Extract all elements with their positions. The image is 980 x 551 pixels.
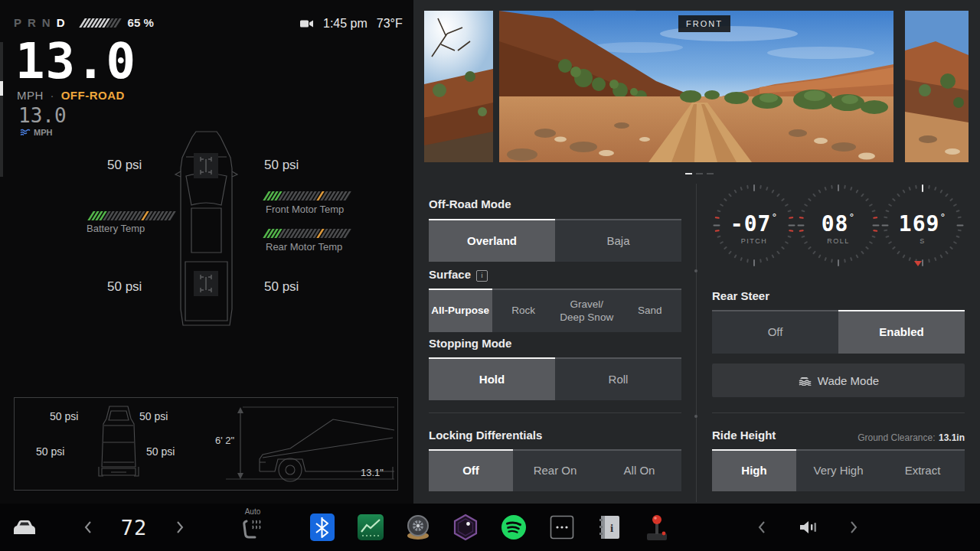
hexagon-icon — [452, 514, 479, 541]
speaker-icon — [799, 519, 818, 536]
rear-motor-temp-label: Rear Motor Temp — [266, 241, 342, 253]
gear-r: R — [28, 16, 38, 29]
volume-control[interactable] — [793, 504, 824, 551]
offroad-mode-segment: Overland Baja — [429, 220, 681, 262]
gear-n: N — [42, 16, 52, 29]
stopping-mode-segment: Hold Roll — [429, 359, 681, 400]
locking-diff-rear-on[interactable]: Rear On — [513, 451, 597, 491]
camera-page-dot-2[interactable] — [696, 173, 703, 174]
battery-level-hatch — [82, 18, 120, 28]
svg-text:i: i — [610, 522, 613, 534]
surface-sand[interactable]: Sand — [619, 290, 682, 332]
column-divider-dot — [694, 269, 697, 272]
compass-gauge: 169° S — [880, 182, 965, 272]
offroad-app[interactable] — [404, 504, 432, 551]
vehicle-height-value: 6' 2" — [215, 435, 234, 446]
battery-percent: 65 % — [128, 16, 154, 29]
stopping-mode-roll[interactable]: Roll — [555, 359, 681, 400]
surface-title-row: Surfacei — [429, 268, 488, 282]
surface-title: Surface — [429, 268, 471, 281]
info-icon[interactable]: i — [476, 270, 488, 282]
outside-temp: 73°F — [377, 17, 403, 31]
section-divider — [712, 412, 965, 413]
volume-up-button[interactable] — [842, 504, 865, 551]
heading-label: S — [880, 237, 965, 245]
temp-up-button[interactable] — [168, 504, 191, 551]
seat-heater-mode: Auto — [236, 507, 270, 516]
pitch-value: -07 — [730, 211, 772, 236]
surface-gravel-line2: Deep Snow — [560, 311, 613, 324]
surface-rock[interactable]: Rock — [492, 290, 556, 332]
rear-steer-enabled[interactable]: Enabled — [838, 311, 965, 354]
rear-steer-title: Rear Steer — [712, 289, 769, 302]
front-motor-temp-gauge — [266, 191, 350, 201]
speed-mode-row: MPH · OFF-ROAD — [17, 89, 125, 102]
dim-psi-front-left: 50 psi — [50, 410, 78, 422]
arcade-app[interactable] — [643, 504, 671, 551]
volume-down-button[interactable] — [750, 504, 773, 551]
ride-height-extract[interactable]: Extract — [880, 451, 965, 491]
cluster-scroll-track[interactable] — [0, 42, 3, 177]
ground-clearance-readout: 13.1in — [939, 432, 965, 443]
locking-diff-all-on[interactable]: All On — [597, 451, 681, 491]
seat-heater-button[interactable]: Auto — [236, 504, 270, 551]
wade-mode-button[interactable]: Wade Mode — [712, 364, 965, 397]
secondary-speed-value: 13.0 — [18, 104, 67, 127]
vehicle-controls-button[interactable] — [9, 504, 40, 551]
bluetooth-app[interactable] — [309, 504, 335, 551]
camera-pager[interactable] — [685, 166, 717, 180]
offroad-mode-baja[interactable]: Baja — [555, 220, 681, 262]
status-right: 1:45 pm 73°F — [300, 17, 403, 31]
rear-steer-off[interactable]: Off — [712, 311, 838, 354]
owners-manual-app[interactable]: i — [596, 504, 623, 551]
cluster-scroll-thumb[interactable] — [0, 81, 3, 96]
more-apps-button[interactable] — [548, 504, 576, 551]
ride-height-segment: High Very High Extract — [712, 451, 965, 491]
roll-value: 08 — [822, 211, 849, 236]
joystick-icon — [644, 514, 670, 541]
camera-page-dot-3[interactable] — [707, 173, 714, 174]
spotify-app[interactable] — [500, 504, 528, 551]
ground-clearance-row: Ground Clearance: 13.1in — [712, 430, 965, 444]
instrument-cluster: P R N D 65 % 1:45 pm 73°F 13.0 MPH · OFF… — [0, 0, 413, 504]
surface-gravel-deep-snow[interactable]: Gravel/ Deep Snow — [555, 290, 619, 332]
camera-view-front[interactable]: FRONT — [499, 11, 893, 162]
wade-wave-icon — [20, 129, 31, 136]
tire-pressure-rear-left: 50 psi — [107, 279, 142, 295]
clock: 1:45 pm — [323, 17, 368, 31]
vehicle-top-view — [170, 129, 243, 331]
roll-gauge: 08° ROLL — [796, 182, 880, 272]
locking-differentials-segment: Off Rear On All On — [429, 451, 681, 491]
offroad-mode-overland[interactable]: Overland — [429, 220, 555, 262]
camera-preview-right[interactable] — [905, 11, 969, 162]
ride-height-very-high[interactable]: Very High — [796, 451, 880, 491]
battery-temp-label: Battery Temp — [87, 223, 145, 234]
locking-differentials-title: Locking Differentials — [429, 429, 542, 442]
front-camera-badge: FRONT — [678, 15, 730, 32]
charting-app[interactable] — [357, 504, 384, 551]
bottom-dock: 72 Auto — [0, 504, 980, 551]
cabin-temp-display[interactable]: 72 — [115, 504, 153, 551]
camera-page-dot-1[interactable] — [685, 173, 692, 174]
vehicle-front-view — [80, 403, 157, 485]
ride-height-high[interactable]: High — [712, 451, 796, 491]
surface-segment: All-Purpose Rock Gravel/ Deep Snow Sand — [429, 290, 681, 332]
locking-diff-off[interactable]: Off — [429, 451, 513, 491]
front-motor-temp-label: Front Motor Temp — [266, 204, 344, 215]
manual-book-icon: i — [598, 514, 621, 540]
camera-preview-left[interactable] — [424, 11, 493, 162]
wade-mode-icon — [798, 376, 812, 386]
gear-d: D — [57, 16, 67, 29]
speed-value: 13.0 — [15, 37, 136, 86]
surface-all-purpose[interactable]: All-Purpose — [429, 290, 492, 332]
roll-label: ROLL — [796, 237, 880, 245]
ellipsis-icon — [550, 515, 574, 540]
bluetooth-icon — [310, 514, 335, 541]
hexagon-app[interactable] — [452, 504, 479, 551]
stopping-mode-hold[interactable]: Hold — [429, 359, 555, 400]
temp-down-button[interactable] — [77, 504, 100, 551]
ground-clearance-label: Ground Clearance: — [858, 432, 935, 443]
dashcam-icon[interactable] — [300, 19, 314, 28]
offroad-panel: FRONT Off-Road Mode Overland — [413, 0, 980, 504]
drive-mode-label: OFF-ROAD — [61, 89, 125, 102]
